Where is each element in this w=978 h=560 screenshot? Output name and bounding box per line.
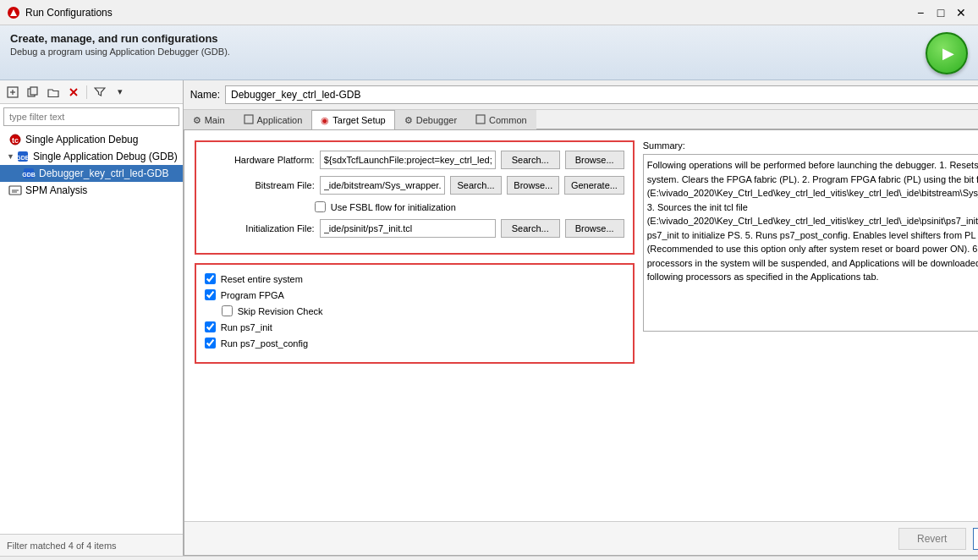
init-browse-button[interactable]: Browse...	[565, 219, 624, 238]
tree-label-spm: SPM Analysis	[25, 184, 87, 196]
left-section: Hardware Platform: Search... Browse... B…	[195, 140, 635, 511]
filter-status: Filter matched 4 of 4 items	[7, 541, 117, 551]
main-content: ▾ tc Single Application Debug ▼ GD	[0, 80, 978, 556]
init-search-button[interactable]: Search...	[501, 219, 560, 238]
name-label: Name:	[190, 89, 220, 101]
ps7-init-checkbox[interactable]	[205, 321, 216, 332]
bitstream-search-button[interactable]: Search...	[450, 176, 503, 195]
skip-revision-checkbox[interactable]	[222, 305, 233, 316]
tree-item-single-app-gdb[interactable]: ▼ GDB Single Application Debug (GDB)	[0, 148, 183, 165]
header-title: Create, manage, and run configurations	[10, 32, 230, 45]
skip-revision-label: Skip Revision Check	[238, 306, 323, 316]
sidebar-footer: Filter matched 4 of 4 items	[0, 534, 183, 556]
filter-input[interactable]	[3, 107, 179, 126]
ps7-post-checkbox[interactable]	[205, 338, 216, 349]
target-setup-panel: Hardware Platform: Search... Browse... B…	[184, 130, 978, 521]
hw-platform-label: Hardware Platform:	[205, 155, 315, 165]
hw-platform-row: Hardware Platform: Search... Browse...	[205, 151, 624, 169]
app-tab-icon	[244, 114, 254, 126]
tab-common[interactable]: Common	[466, 110, 536, 129]
new-config-button[interactable]	[3, 83, 22, 102]
new-folder-button[interactable]	[44, 83, 63, 102]
app-tab-label: Application	[257, 115, 303, 125]
summary-box[interactable]: Following operations will be performed b…	[643, 154, 978, 332]
hw-browse-button[interactable]: Browse...	[565, 151, 624, 169]
name-row: Name:	[184, 80, 978, 110]
debugger-tab-icon: ⚙	[404, 115, 413, 126]
tree-item-spm[interactable]: SPM Analysis	[0, 182, 183, 199]
svg-rect-19	[476, 115, 485, 124]
tab-content: Hardware Platform: Search... Browse... B…	[184, 129, 978, 556]
filter-button[interactable]	[91, 83, 109, 102]
right-panel: Name: ⚙ Main Application ◉ Target Setup …	[184, 80, 978, 556]
duplicate-button[interactable]	[24, 83, 42, 102]
tree-label-debugger-key: Debugger_key_ctrl_led-GDB	[39, 167, 168, 179]
run-icon-button[interactable]	[926, 32, 968, 74]
right-section: Summary: Following operations will be pe…	[643, 140, 978, 511]
hw-platform-input[interactable]	[320, 151, 496, 169]
tab-debugger[interactable]: ⚙ Debugger	[395, 110, 466, 129]
init-file-label: Initialization File:	[205, 223, 315, 233]
hw-search-button[interactable]: Search...	[501, 151, 560, 169]
revert-button[interactable]: Revert	[898, 528, 966, 550]
tree-item-single-app-debug[interactable]: tc Single Application Debug	[0, 131, 183, 148]
main-tab-label: Main	[205, 115, 225, 125]
header-text: Create, manage, and run configurations D…	[10, 32, 230, 57]
name-input[interactable]	[225, 85, 978, 104]
svg-text:GDB: GDB	[16, 155, 30, 161]
bitstream-generate-button[interactable]: Generate...	[564, 176, 624, 195]
toolbar-separator	[86, 85, 87, 99]
ps7-init-label: Run ps7_init	[221, 322, 272, 332]
program-fpga-label: Program FPGA	[221, 290, 284, 300]
delete-button[interactable]	[64, 83, 83, 102]
fsbl-checkbox[interactable]	[315, 201, 326, 212]
svg-text:tc: tc	[12, 136, 19, 145]
debugger-tab-label: Debugger	[416, 115, 457, 125]
main-tab-icon: ⚙	[193, 115, 201, 126]
tab-application[interactable]: Application	[234, 110, 312, 129]
ps7-post-row: Run ps7_post_config	[205, 338, 624, 349]
tab-target-setup[interactable]: ◉ Target Setup	[311, 110, 394, 129]
tab-main[interactable]: ⚙ Main	[184, 110, 234, 129]
maximize-button[interactable]: □	[931, 4, 951, 21]
program-fpga-checkbox[interactable]	[205, 289, 216, 300]
hw-section: Hardware Platform: Search... Browse... B…	[195, 140, 635, 255]
tree-item-debugger-key[interactable]: GDB Debugger_key_ctrl_led-GDB	[0, 165, 183, 182]
window-title: Run Configurations	[25, 7, 910, 19]
init-file-input[interactable]	[320, 219, 496, 238]
bitstream-input[interactable]	[320, 176, 445, 195]
options-section: Reset entire system Program FPGA Skip Re…	[195, 263, 635, 364]
target-tab-icon: ◉	[321, 115, 329, 126]
reset-system-row: Reset entire system	[205, 273, 624, 284]
tree-label-single-app: Single Application Debug	[25, 134, 138, 145]
gdb-child-icon: GDB	[22, 167, 36, 180]
summary-section: Summary: Following operations will be pe…	[643, 140, 978, 332]
footer-bar: ? Run Close	[0, 556, 978, 560]
minimize-button[interactable]: −	[910, 4, 931, 21]
apply-button[interactable]: Apply	[973, 528, 978, 550]
header-subtitle: Debug a program using Application Debugg…	[10, 47, 230, 57]
sidebar-toolbar: ▾	[0, 80, 183, 104]
reset-system-checkbox[interactable]	[205, 273, 216, 284]
bitstream-label: Bitstream File:	[205, 180, 315, 190]
ps7-init-row: Run ps7_init	[205, 321, 624, 332]
spm-icon	[8, 184, 22, 197]
filter-dropdown-button[interactable]: ▾	[111, 83, 129, 102]
debug-icon: tc	[8, 133, 22, 146]
fsbl-label: Use FSBL flow for initialization	[331, 202, 456, 212]
tree-label-gdb: Single Application Debug (GDB)	[33, 151, 178, 162]
app-icon	[7, 6, 20, 19]
svg-rect-18	[244, 115, 253, 124]
reset-system-label: Reset entire system	[221, 274, 303, 284]
svg-rect-6	[30, 87, 37, 95]
common-tab-label: Common	[489, 115, 527, 125]
summary-label: Summary:	[643, 140, 978, 151]
gdb-icon: GDB	[16, 150, 30, 163]
init-file-row: Initialization File: Search... Browse...	[205, 219, 624, 238]
ps7-post-label: Run ps7_post_config	[221, 338, 308, 349]
close-button[interactable]: ✕	[951, 4, 971, 21]
tabs-bar: ⚙ Main Application ◉ Target Setup ⚙ Debu…	[184, 110, 978, 129]
bitstream-browse-button[interactable]: Browse...	[507, 176, 559, 195]
common-tab-icon	[475, 114, 486, 126]
sidebar: ▾ tc Single Application Debug ▼ GD	[0, 80, 184, 556]
